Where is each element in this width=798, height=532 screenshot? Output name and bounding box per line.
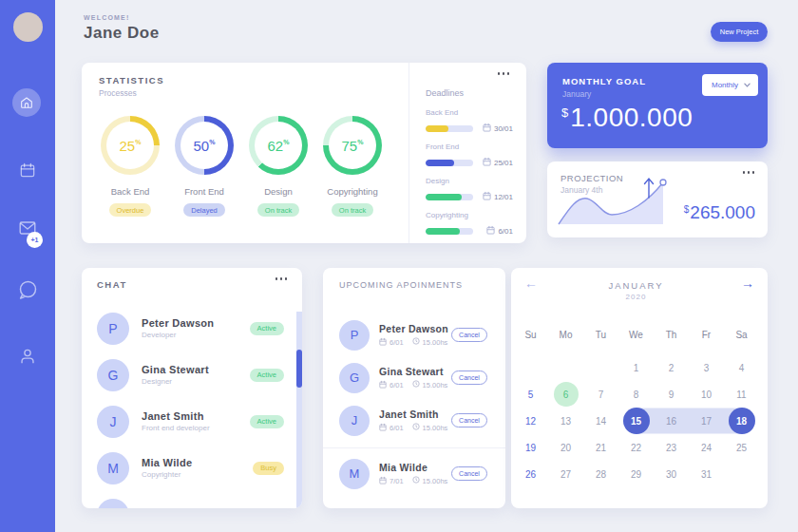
calendar-day[interactable] — [583, 354, 618, 381]
calendar-mini-icon — [483, 123, 491, 134]
contact-role: Copyrighter — [142, 470, 192, 479]
status-badge: Overdue — [109, 203, 152, 217]
calendar-day[interactable]: 13 — [548, 408, 583, 434]
calendar-day[interactable]: 1 — [618, 354, 654, 381]
more-icon[interactable] — [498, 72, 510, 75]
sidebar-item-profile[interactable] — [16, 345, 39, 368]
calendar-day[interactable]: 9 — [654, 381, 689, 408]
chat-contact-row[interactable]: P Peter Dawson Active — [97, 491, 284, 508]
contact-avatar: G — [97, 359, 129, 391]
projection-card: PROJECTION January 4th $ 265.000 — [547, 162, 768, 238]
chat-contact-row[interactable]: M Mia Wilde Copyrighter Busy — [97, 445, 284, 491]
calendar-day[interactable]: 19 — [513, 434, 548, 461]
cancel-button[interactable]: Cancel — [451, 328, 487, 342]
new-project-button[interactable]: New Project — [711, 22, 768, 42]
goal-amount: $ 1.000.000 — [561, 103, 693, 133]
user-icon — [17, 346, 38, 367]
process-label: Design — [264, 186, 293, 197]
calendar-day[interactable]: 23 — [654, 434, 689, 461]
clock-icon — [412, 476, 420, 485]
calendar-mini-icon — [379, 476, 387, 486]
contact-name: Mia Wilde — [142, 457, 192, 468]
cancel-button[interactable]: Cancel — [451, 370, 487, 385]
sidebar: +1 — [0, 0, 55, 532]
avatar[interactable] — [13, 12, 43, 42]
more-icon[interactable] — [743, 171, 755, 174]
appointments-card: UPCOMING APOINMENTS P Peter Dawson 6/01 … — [323, 268, 505, 508]
calendar-day[interactable]: 5 — [513, 381, 548, 408]
deadline-item: Copyrighting 6/01 — [426, 211, 513, 237]
cancel-button[interactable]: Cancel — [451, 466, 487, 481]
more-icon[interactable] — [276, 277, 288, 280]
calendar-day[interactable]: 21 — [583, 434, 618, 461]
calendar-day[interactable] — [724, 461, 759, 487]
calendar-day[interactable]: 18 — [724, 408, 759, 434]
deadline-progressbar — [426, 160, 473, 166]
calendar-day[interactable]: 11 — [724, 381, 759, 408]
calendar-day[interactable]: 20 — [548, 434, 583, 461]
calendar-day[interactable]: 8 — [618, 381, 654, 408]
calendar-day[interactable]: 16 — [654, 408, 689, 434]
status-badge: Active — [250, 369, 284, 382]
progress-value: 50% — [180, 122, 228, 169]
calendar-day[interactable]: 3 — [689, 354, 724, 381]
progress-value: 75% — [329, 122, 376, 169]
contact-role: Front end developer — [142, 424, 210, 432]
appointment-row: P Peter Dawson 6/01 15.00hs Cancel — [339, 314, 487, 356]
calendar-day[interactable]: 17 — [689, 408, 724, 434]
process-label: Front End — [184, 186, 224, 197]
period-select[interactable]: Monthly — [702, 74, 758, 96]
calendar-day[interactable]: 14 — [583, 408, 618, 434]
deadline-label: Front End — [426, 142, 513, 151]
sidebar-item-calendar[interactable] — [16, 159, 39, 181]
chat-contact-row[interactable]: P Peter Dawson Developer Active — [97, 305, 284, 352]
statistics-title: STATISTICS — [99, 75, 164, 86]
calendar-day[interactable]: 15 — [618, 408, 654, 434]
contact-initial: M — [107, 461, 119, 476]
calendar-icon — [18, 161, 37, 180]
status-badge: Delayed — [183, 203, 225, 217]
calendar-day[interactable]: 6 — [548, 381, 583, 408]
contact-avatar: J — [339, 406, 370, 436]
calendar-day[interactable]: 10 — [689, 381, 724, 408]
status-badge: On track — [257, 203, 299, 217]
calendar-day[interactable]: 26 — [513, 461, 548, 487]
appointment-meta: 6/01 15.00hs — [379, 380, 447, 390]
chat-icon — [16, 278, 39, 301]
process: 62% Design On track — [241, 116, 315, 217]
contact-initial: P — [108, 507, 117, 509]
sidebar-item-home[interactable] — [12, 88, 41, 117]
calendar-day[interactable]: 27 — [548, 461, 583, 487]
clock-icon — [412, 380, 420, 390]
monthly-goal-title: MONTHLY GOAL — [562, 76, 646, 86]
mail-notification-badge: +1 — [27, 232, 43, 248]
sidebar-item-chat[interactable] — [16, 278, 39, 301]
chat-contact-row[interactable]: J Janet Smith Front end developer Active — [97, 398, 284, 445]
appointment-row: J Janet Smith 6/01 15.00hs Cancel — [339, 399, 487, 442]
calendar-day[interactable] — [513, 354, 548, 381]
calendar-day[interactable]: 22 — [618, 434, 654, 461]
calendar-mini-icon — [483, 191, 491, 202]
weekday-label: Tu — [583, 325, 618, 344]
calendar-day[interactable]: 31 — [689, 461, 724, 487]
calendar-day[interactable]: 2 — [654, 354, 689, 381]
calendar-day[interactable]: 7 — [583, 381, 618, 408]
contact-avatar: M — [97, 452, 129, 484]
deadline-date: 6/01 — [486, 225, 513, 237]
appointment-meta: 7/01 15.00hs — [379, 476, 447, 486]
chat-contact-row[interactable]: G Gina Stewart Designer Active — [97, 352, 284, 398]
scrollbar-thumb[interactable] — [296, 350, 302, 388]
calendar-day[interactable]: 25 — [724, 434, 759, 461]
progress-ring: 62% — [249, 116, 308, 175]
currency-symbol: $ — [684, 204, 690, 223]
calendar-day[interactable]: 30 — [654, 461, 689, 487]
calendar-day[interactable]: 29 — [618, 461, 654, 487]
calendar-day[interactable]: 12 — [513, 408, 548, 434]
chat-scrollbar[interactable] — [296, 312, 302, 508]
calendar-day[interactable]: 28 — [583, 461, 618, 487]
cancel-button[interactable]: Cancel — [451, 413, 487, 428]
calendar-day[interactable]: 24 — [689, 434, 724, 461]
process-label: Copyrighting — [327, 186, 377, 197]
calendar-day[interactable] — [548, 354, 583, 381]
calendar-day[interactable]: 4 — [724, 354, 759, 381]
